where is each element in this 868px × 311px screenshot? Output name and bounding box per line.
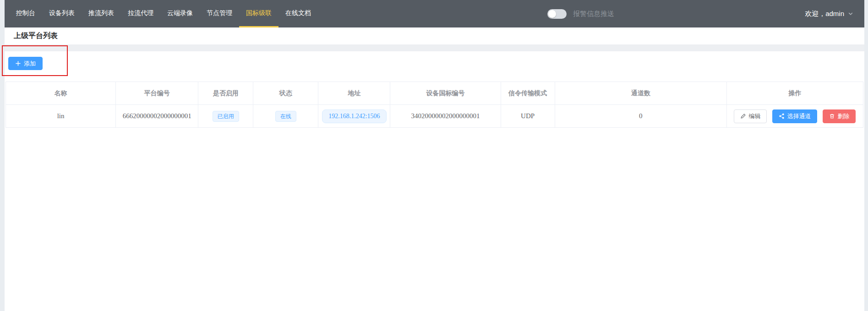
share-icon <box>779 113 785 119</box>
edit-button-label: 编辑 <box>748 112 760 120</box>
main-content: 添加 名称 平台编号 是否启用 状态 地址 设备国标编号 <box>5 51 864 311</box>
nav-item-pull-proxy[interactable]: 拉流代理 <box>121 0 160 27</box>
cell-address: 192.168.1.242:1506 <box>318 105 390 128</box>
alarm-push-toggle[interactable] <box>547 9 567 19</box>
chevron-down-icon <box>848 11 853 16</box>
app-window: 控制台 设备列表 推流列表 拉流代理 云端录像 节点管理 国标级联 在线文档 报… <box>5 0 864 311</box>
enabled-badge: 已启用 <box>213 111 239 122</box>
nav-item-gb-cascade[interactable]: 国标级联 <box>239 0 278 27</box>
col-enabled: 是否启用 <box>198 82 253 105</box>
col-name: 名称 <box>6 82 116 105</box>
cell-enabled: 已启用 <box>198 105 253 128</box>
add-button-label: 添加 <box>24 60 36 68</box>
col-actions: 操作 <box>726 82 863 105</box>
select-channel-label: 选择通道 <box>787 112 811 120</box>
section-divider <box>5 44 864 51</box>
toggle-knob <box>548 10 556 18</box>
cell-transport: UDP <box>501 105 555 128</box>
page-title: 上级平台列表 <box>5 31 58 41</box>
col-channels: 通道数 <box>555 82 726 105</box>
cell-gb-id: 34020000002000000001 <box>390 105 501 128</box>
nav-item-cloud-record[interactable]: 云端录像 <box>160 0 200 27</box>
alarm-push-label: 报警信息推送 <box>573 10 614 18</box>
table-header-row: 名称 平台编号 是否启用 状态 地址 设备国标编号 信令传输模式 通道数 操作 <box>6 82 863 105</box>
platform-table-wrap: 名称 平台编号 是否启用 状态 地址 设备国标编号 信令传输模式 通道数 操作 … <box>5 82 863 128</box>
nav-item-device-list[interactable]: 设备列表 <box>42 0 82 27</box>
col-status: 状态 <box>253 82 318 105</box>
alarm-push-group: 报警信息推送 <box>547 0 614 27</box>
col-platform-id: 平台编号 <box>116 82 198 105</box>
nav-item-online-docs[interactable]: 在线文档 <box>278 0 318 27</box>
platform-table: 名称 平台编号 是否启用 状态 地址 设备国标编号 信令传输模式 通道数 操作 … <box>5 82 863 128</box>
user-menu[interactable]: 欢迎，admin <box>805 0 853 27</box>
nav-item-console[interactable]: 控制台 <box>9 0 42 27</box>
delete-button[interactable]: 删除 <box>823 109 856 123</box>
cell-name: lin <box>6 105 116 128</box>
nav-menu: 控制台 设备列表 推流列表 拉流代理 云端录像 节点管理 国标级联 在线文档 <box>5 0 318 27</box>
table-row: lin 66620000002000000001 已启用 在线 192.168.… <box>6 105 863 128</box>
cell-status: 在线 <box>253 105 318 128</box>
status-badge: 在线 <box>275 111 296 122</box>
welcome-text: 欢迎，admin <box>805 10 844 18</box>
cell-actions: 编辑 选择通道 <box>726 105 863 128</box>
page-header: 上级平台列表 <box>5 27 864 44</box>
cell-channels: 0 <box>555 105 726 128</box>
edit-button[interactable]: 编辑 <box>734 109 767 123</box>
col-gb-id: 设备国标编号 <box>390 82 501 105</box>
address-badge: 192.168.1.242:1506 <box>322 109 386 123</box>
col-address: 地址 <box>318 82 390 105</box>
col-transport: 信令传输模式 <box>501 82 555 105</box>
add-button[interactable]: 添加 <box>8 57 43 70</box>
select-channel-button[interactable]: 选择通道 <box>772 109 817 123</box>
trash-icon <box>829 113 835 119</box>
plus-icon <box>15 60 21 66</box>
nav-item-push-list[interactable]: 推流列表 <box>82 0 121 27</box>
cell-platform-id: 66620000002000000001 <box>116 105 198 128</box>
top-nav: 控制台 设备列表 推流列表 拉流代理 云端录像 节点管理 国标级联 在线文档 报… <box>5 0 864 27</box>
delete-button-label: 删除 <box>837 112 849 120</box>
edit-pencil-icon <box>740 113 746 119</box>
nav-item-node-manage[interactable]: 节点管理 <box>200 0 239 27</box>
